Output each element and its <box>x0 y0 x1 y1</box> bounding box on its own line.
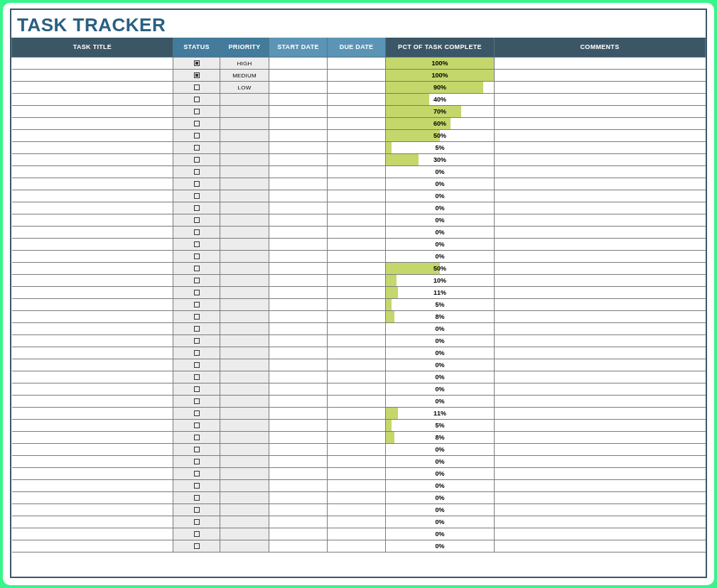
due-date-cell[interactable] <box>328 298 386 310</box>
start-date-cell[interactable] <box>269 117 328 129</box>
priority-cell[interactable] <box>220 479 269 491</box>
pct-complete-cell[interactable]: 0% <box>386 347 495 359</box>
due-date-cell[interactable] <box>328 383 386 395</box>
priority-cell[interactable] <box>220 431 269 443</box>
status-checkbox-icon[interactable] <box>194 302 200 307</box>
comments-cell[interactable] <box>495 310 706 322</box>
pct-complete-cell[interactable]: 0% <box>386 443 495 455</box>
start-date-cell[interactable] <box>269 190 328 202</box>
pct-complete-cell[interactable]: 70% <box>386 105 495 117</box>
task-title-cell[interactable] <box>12 540 173 552</box>
status-checkbox-icon[interactable] <box>194 60 200 66</box>
status-cell[interactable] <box>173 81 220 93</box>
col-priority[interactable]: PRIORITY <box>220 38 269 57</box>
start-date-cell[interactable] <box>269 202 328 214</box>
start-date-cell[interactable] <box>269 274 328 286</box>
status-cell[interactable] <box>173 298 220 310</box>
due-date-cell[interactable] <box>328 93 386 105</box>
priority-cell[interactable] <box>220 153 269 165</box>
status-checkbox-icon[interactable] <box>194 374 200 380</box>
start-date-cell[interactable] <box>269 359 328 371</box>
start-date-cell[interactable] <box>269 431 328 443</box>
due-date-cell[interactable] <box>328 202 386 214</box>
priority-cell[interactable] <box>220 347 269 359</box>
pct-complete-cell[interactable]: 0% <box>386 503 495 516</box>
pct-complete-cell[interactable]: 30% <box>386 153 495 165</box>
task-title-cell[interactable] <box>12 503 173 516</box>
priority-cell[interactable] <box>220 395 269 407</box>
status-cell[interactable] <box>173 238 220 250</box>
due-date-cell[interactable] <box>328 262 386 274</box>
priority-cell[interactable] <box>220 310 269 322</box>
status-cell[interactable] <box>173 274 220 286</box>
status-checkbox-icon[interactable] <box>194 241 200 247</box>
due-date-cell[interactable] <box>328 455 386 467</box>
priority-cell[interactable] <box>220 165 269 178</box>
comments-cell[interactable] <box>495 516 706 528</box>
status-checkbox-icon[interactable] <box>194 338 200 344</box>
start-date-cell[interactable] <box>269 57 328 69</box>
comments-cell[interactable] <box>495 214 706 226</box>
due-date-cell[interactable] <box>328 57 386 69</box>
task-title-cell[interactable] <box>12 310 173 322</box>
pct-complete-cell[interactable]: 50% <box>386 129 495 141</box>
comments-cell[interactable] <box>495 419 706 431</box>
start-date-cell[interactable] <box>269 129 328 141</box>
due-date-cell[interactable] <box>328 238 386 250</box>
status-cell[interactable] <box>173 479 220 491</box>
task-title-cell[interactable] <box>12 371 173 383</box>
pct-complete-cell[interactable]: 0% <box>386 202 495 214</box>
task-title-cell[interactable] <box>12 286 173 298</box>
task-title-cell[interactable] <box>12 165 173 178</box>
start-date-cell[interactable] <box>269 153 328 165</box>
due-date-cell[interactable] <box>328 516 386 528</box>
status-checkbox-icon[interactable] <box>194 278 200 283</box>
pct-complete-cell[interactable]: 10% <box>386 274 495 286</box>
priority-cell[interactable] <box>220 443 269 455</box>
pct-complete-cell[interactable]: 0% <box>386 528 495 540</box>
comments-cell[interactable] <box>495 190 706 202</box>
start-date-cell[interactable] <box>269 250 328 262</box>
comments-cell[interactable] <box>495 467 706 479</box>
col-comments[interactable]: COMMENTS <box>495 38 706 57</box>
priority-cell[interactable] <box>220 516 269 528</box>
status-checkbox-icon[interactable] <box>194 181 200 187</box>
col-task-title[interactable]: TASK TITLE <box>12 38 173 57</box>
status-checkbox-icon[interactable] <box>194 229 200 235</box>
task-title-cell[interactable] <box>12 443 173 455</box>
task-title-cell[interactable] <box>12 298 173 310</box>
status-checkbox-icon[interactable] <box>194 254 200 259</box>
due-date-cell[interactable] <box>328 491 386 503</box>
priority-cell[interactable] <box>220 407 269 419</box>
task-title-cell[interactable] <box>12 455 173 467</box>
status-checkbox-icon[interactable] <box>194 266 200 271</box>
status-checkbox-icon[interactable] <box>194 471 200 477</box>
start-date-cell[interactable] <box>269 467 328 479</box>
comments-cell[interactable] <box>495 528 706 540</box>
status-checkbox-icon[interactable] <box>194 435 200 440</box>
due-date-cell[interactable] <box>328 69 386 81</box>
task-title-cell[interactable] <box>12 383 173 395</box>
start-date-cell[interactable] <box>269 395 328 407</box>
status-cell[interactable] <box>173 250 220 262</box>
status-checkbox-icon[interactable] <box>194 350 200 356</box>
task-title-cell[interactable] <box>12 202 173 214</box>
status-checkbox-icon[interactable] <box>194 97 200 102</box>
comments-cell[interactable] <box>495 117 706 129</box>
status-checkbox-icon[interactable] <box>194 326 200 332</box>
due-date-cell[interactable] <box>328 334 386 347</box>
comments-cell[interactable] <box>495 479 706 491</box>
status-checkbox-icon[interactable] <box>194 169 200 175</box>
start-date-cell[interactable] <box>269 226 328 238</box>
priority-cell[interactable]: LOW <box>220 81 269 93</box>
due-date-cell[interactable] <box>328 105 386 117</box>
pct-complete-cell[interactable]: 60% <box>386 117 495 129</box>
pct-complete-cell[interactable]: 0% <box>386 455 495 467</box>
start-date-cell[interactable] <box>269 93 328 105</box>
status-checkbox-icon[interactable] <box>194 410 200 416</box>
pct-complete-cell[interactable]: 0% <box>386 516 495 528</box>
task-title-cell[interactable] <box>12 190 173 202</box>
priority-cell[interactable]: MEDIUM <box>220 69 269 81</box>
comments-cell[interactable] <box>495 202 706 214</box>
start-date-cell[interactable] <box>269 419 328 431</box>
